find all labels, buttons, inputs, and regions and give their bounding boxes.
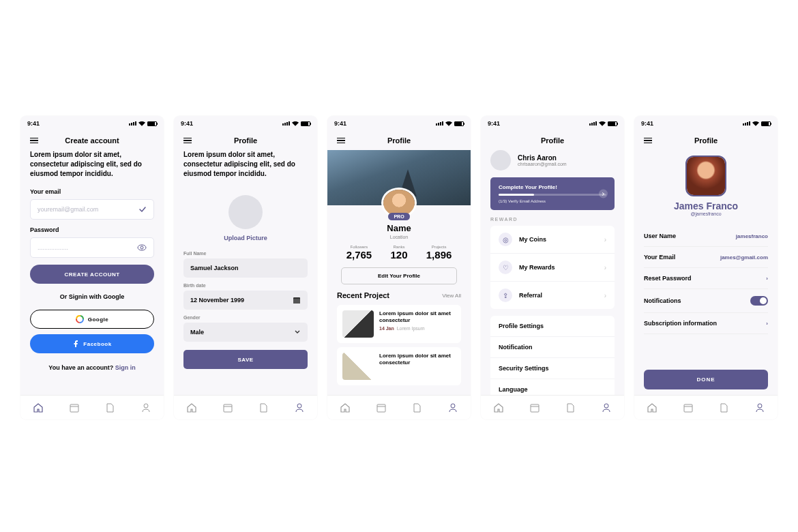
view-all-link[interactable]: View All [442,293,461,299]
page-title: Profile [694,136,718,145]
chevron-right-icon: › [766,321,768,327]
upload-picture-link[interactable]: Upload Picture [183,235,308,241]
google-icon [76,315,84,323]
setting-security[interactable]: Security Settings [490,358,615,379]
svg-point-1 [141,246,143,249]
nav-calendar-icon[interactable] [376,402,387,413]
setting-reset-password[interactable]: Reset Password› [644,268,768,289]
nav-doc-icon[interactable] [565,402,576,413]
nav-home-icon[interactable] [186,402,197,413]
setting-notification[interactable]: Notification [490,337,615,358]
nav-user-icon[interactable] [141,402,151,413]
status-bar: 9:41 [327,116,471,131]
setting-notifications[interactable]: Notifications [644,289,768,313]
google-signin-button[interactable]: Google [30,310,154,329]
upload-icon: ⇪ [499,289,512,302]
eye-icon[interactable] [137,244,147,251]
avatar[interactable] [685,156,726,196]
project-date: 14 Jan [379,326,394,331]
email-field[interactable] [30,199,154,220]
menu-icon[interactable] [30,138,38,144]
project-card[interactable]: Lorem ipsum dolor sit amet consectetur [337,347,461,385]
page-title: Create account [65,136,119,145]
nav-user-icon[interactable] [294,402,305,413]
nav-calendar-icon[interactable] [69,402,80,413]
nav-home-icon[interactable] [340,402,351,413]
setting-subscription[interactable]: Subscription information› [644,313,768,334]
password-field[interactable] [30,237,154,258]
reward-coins[interactable]: ◎My Coins› [490,226,615,254]
profile-handle: @jamesfranco [644,211,768,216]
gender-label: Gender [183,315,308,320]
nav-user-icon[interactable] [447,402,458,413]
avatar[interactable] [490,150,511,171]
nav-doc-icon[interactable] [104,402,115,413]
edit-profile-button[interactable]: Edit Your Profile [341,267,457,284]
battery-icon [761,121,771,126]
reward-rewards[interactable]: ♡My Rewards› [490,254,615,282]
setting-profile[interactable]: Profile Settings [490,316,615,337]
gender-field[interactable]: Male [183,323,308,342]
description: Lorem ipsum dolor sit amet, consectetur … [183,150,308,179]
nav-calendar-icon[interactable] [683,402,694,413]
nav-user-icon[interactable] [601,402,612,413]
svg-point-19 [604,404,608,408]
password-input[interactable] [38,244,137,251]
chevron-right-icon: › [766,276,768,282]
name-field[interactable]: Samuel Jackson [183,258,308,278]
nav-home-icon[interactable] [647,402,657,413]
birth-field[interactable]: 12 November 1999 [183,291,308,310]
nav-doc-icon[interactable] [718,402,729,413]
check-icon [138,205,147,213]
facebook-icon [72,340,79,347]
chevron-right-icon: › [604,236,606,243]
project-image [342,310,374,338]
profile-location: Location [327,235,471,239]
coin-icon: ◎ [499,233,512,246]
description: Lorem ipsum dolor sit amet, consectetur … [30,150,154,179]
progress-bar [499,194,606,196]
page-title: Profile [234,136,257,145]
setting-language[interactable]: Language [490,379,615,395]
status-time: 9:41 [334,120,346,127]
done-button[interactable]: DONE [644,370,768,389]
battery-icon [301,121,310,126]
project-card[interactable]: Lorem ipsum dolor sit amet consectetur 1… [337,305,461,343]
google-button-label: Google [88,316,109,323]
facebook-signin-button[interactable]: Facebook [30,334,154,353]
user-name: Chris Aaron [518,154,567,162]
nav-doc-icon[interactable] [411,402,422,413]
nav-calendar-icon[interactable] [222,402,233,413]
nav-doc-icon[interactable] [258,402,269,413]
status-time: 9:41 [27,120,40,127]
status-time: 9:41 [488,120,500,127]
svg-point-8 [144,404,148,408]
birth-label: Birth date [183,283,308,288]
create-account-button[interactable]: CREATE ACCOUNT [30,265,154,284]
complete-profile-card[interactable]: Complete Your Profile! (1/3) Verify Emai… [490,177,615,210]
signal-icon [436,121,443,125]
avatar-placeholder[interactable] [228,195,263,229]
menu-icon[interactable] [183,138,192,144]
signal-icon [129,121,136,125]
recent-title: Recent Project [337,291,389,299]
name-label: Full Name [183,251,308,256]
stats-row: Followers2,765 Ranks120 Projects1,896 [327,245,471,261]
signal-icon [589,121,597,125]
nav-home-icon[interactable] [493,402,504,413]
signin-link[interactable]: Sign in [115,364,136,371]
reward-referral[interactable]: ⇪Referral› [490,282,615,309]
toggle-switch[interactable] [750,296,768,306]
menu-icon[interactable] [644,138,652,144]
save-button[interactable]: SAVE [183,350,308,369]
chevron-right-icon: › [604,292,606,299]
nav-home-icon[interactable] [33,402,44,413]
wifi-icon [752,121,759,126]
svg-rect-20 [684,404,692,412]
nav-calendar-icon[interactable] [529,402,540,413]
setting-username[interactable]: User Namejamesfranco [644,226,768,247]
nav-user-icon[interactable] [754,402,765,413]
menu-icon[interactable] [337,138,345,144]
email-input[interactable] [38,206,138,213]
setting-email[interactable]: Your Emailjames@gmail.com [644,247,768,268]
